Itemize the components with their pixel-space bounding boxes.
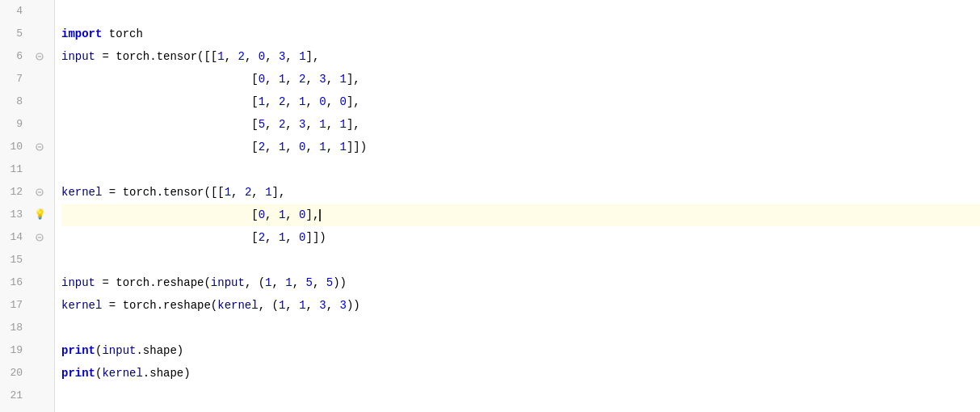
num-token: 0	[259, 204, 265, 226]
op-token: ,	[265, 113, 279, 136]
line-number: 19	[0, 339, 32, 362]
gutter-row: 21	[0, 385, 54, 407]
paren-token: (	[197, 45, 204, 68]
code-line: kernel = torch.reshape(kernel, (1, 1, 3,…	[61, 294, 980, 317]
op-token: ,	[285, 136, 299, 158]
gutter-row: 6	[0, 45, 54, 68]
lightbulb-icon[interactable]: 💡	[32, 204, 47, 226]
num-token: 1	[279, 136, 285, 158]
var-token: input	[61, 45, 95, 68]
num-token: 0	[299, 226, 305, 249]
op-token: ,	[265, 68, 279, 90]
num-token: 1	[340, 136, 347, 158]
gutter-row: 9	[0, 113, 54, 136]
fold-icon[interactable]	[32, 233, 47, 242]
num-token: 1	[279, 68, 285, 90]
op-token: ,	[285, 204, 299, 226]
line-number: 4	[0, 0, 32, 23]
bracket-token: ]	[347, 90, 353, 113]
op-token: ,	[251, 181, 265, 204]
paren-token: (	[272, 294, 279, 317]
num-token: 1	[265, 181, 271, 204]
op-token: ,	[326, 68, 340, 90]
op-token: ,	[245, 271, 259, 294]
var-token: kernel	[61, 294, 102, 317]
op-token: ,	[313, 204, 319, 226]
gutter-row: 11	[0, 158, 54, 181]
line-number: 14	[0, 226, 32, 249]
op-token: ,	[353, 90, 360, 113]
kw-token: print	[61, 362, 95, 385]
fold-icon[interactable]	[32, 188, 47, 196]
op-token: ,	[265, 204, 279, 226]
bracket-token: ]	[347, 68, 353, 90]
op-token: ,	[245, 45, 259, 68]
op-token: ,	[279, 181, 285, 204]
num-token: 3	[340, 294, 347, 317]
code-line: [0, 1, 0],	[61, 204, 980, 226]
code-line	[61, 317, 980, 339]
num-token: 2	[259, 136, 265, 158]
num-token: 2	[279, 113, 285, 136]
var-token: kernel	[102, 362, 142, 385]
op-token: ,	[306, 136, 320, 158]
line-number: 15	[0, 249, 32, 271]
fn-token	[61, 136, 251, 158]
line-number: 12	[0, 181, 32, 204]
op-token: ,	[285, 294, 299, 317]
num-token: 0	[299, 204, 305, 226]
paren-token: )	[177, 339, 183, 362]
code-content[interactable]: import torchinput = torch.tensor([[1, 2,…	[55, 0, 980, 412]
fold-icon[interactable]	[32, 143, 47, 151]
bracket-token: [	[251, 90, 258, 113]
op-token: ,	[326, 294, 340, 317]
gutter-row: 14	[0, 226, 54, 249]
fold-icon[interactable]	[32, 53, 47, 61]
code-line: print(input.shape)	[61, 339, 980, 362]
fn-token	[61, 90, 251, 113]
line-gutter: 45678910111213💡1415161718192021	[0, 0, 55, 412]
code-line: [5, 2, 3, 1, 1],	[61, 113, 980, 136]
num-token: 2	[238, 45, 245, 68]
op-token: =	[95, 45, 116, 68]
line-number: 13	[0, 204, 32, 226]
num-token: 0	[340, 90, 347, 113]
line-number: 20	[0, 362, 32, 385]
line-number: 9	[0, 113, 32, 136]
var-token: input	[211, 271, 245, 294]
fn-token: shape	[143, 339, 177, 362]
num-token: 1	[340, 113, 347, 136]
num-token: 2	[299, 68, 305, 90]
paren-token: (	[259, 271, 265, 294]
line-number: 21	[0, 385, 32, 407]
op-token: ,	[285, 45, 299, 68]
paren-token: (	[204, 181, 210, 204]
num-token: 0	[259, 45, 265, 68]
num-token: 3	[279, 45, 285, 68]
num-token: 1	[279, 294, 285, 317]
op-token: ,	[306, 68, 320, 90]
op-token: ,	[292, 271, 306, 294]
code-editor: 45678910111213💡1415161718192021 import t…	[0, 0, 980, 412]
fn-token: shape	[149, 362, 183, 385]
op-token: ,	[285, 90, 299, 113]
num-token: 1	[285, 271, 292, 294]
paren-token: (	[95, 362, 102, 385]
text-cursor	[319, 209, 321, 221]
op-token: ,	[313, 45, 319, 68]
bracket-token: [	[251, 113, 258, 136]
num-token: 3	[319, 294, 326, 317]
line-number: 16	[0, 271, 32, 294]
op-token: ,	[306, 294, 320, 317]
fn-token	[61, 204, 251, 226]
fn-token	[61, 113, 251, 136]
num-token: 5	[306, 271, 313, 294]
code-line: input = torch.tensor([[1, 2, 0, 3, 1],	[61, 45, 980, 68]
code-line	[61, 385, 980, 407]
num-token: 0	[319, 90, 326, 113]
paren-token: ))	[347, 294, 360, 317]
num-token: 1	[259, 90, 265, 113]
bracket-token: ]	[306, 45, 313, 68]
op-token: ,	[326, 136, 340, 158]
gutter-row: 10	[0, 136, 54, 158]
